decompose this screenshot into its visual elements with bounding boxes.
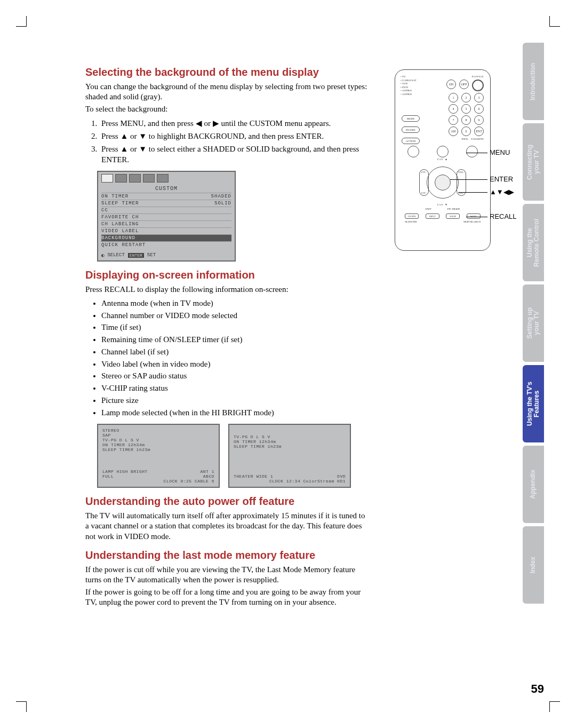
remote-device-list: • TV • CABLE/SAT • VCR • DVD • AUDIO1 • … bbox=[401, 75, 417, 96]
crop-mark bbox=[549, 701, 560, 712]
bullet: Time (if set) bbox=[101, 322, 368, 334]
bullet: Video label (when in video mode) bbox=[101, 359, 368, 370]
bullet: Picture size bbox=[101, 395, 368, 407]
callout-arrows: ▲▼◀▶ bbox=[490, 188, 514, 196]
remote-btn-guide bbox=[407, 146, 419, 157]
remote-picsize-pill: PICSIZE bbox=[402, 126, 420, 133]
tab-appendix[interactable]: Appendix bbox=[523, 446, 544, 523]
osd-row: QUICK RESTART bbox=[101, 241, 231, 248]
callout-recall: RECALL bbox=[490, 212, 517, 220]
osd-footer: ◐ SELECT ENTER SET bbox=[98, 250, 235, 260]
remote-btn-off: OFF bbox=[459, 80, 469, 89]
section1-p1: You can change the background of the men… bbox=[85, 82, 368, 102]
remote-digit-6: 6 bbox=[474, 104, 484, 114]
bullet: Channel label (if set) bbox=[101, 346, 368, 358]
section1-p2: To select the background: bbox=[85, 104, 368, 114]
remote-digit-7: 7 bbox=[449, 115, 458, 125]
bullet: V-CHIP rating status bbox=[101, 383, 368, 394]
remote-foot-slow: SLOW/DR bbox=[405, 220, 417, 223]
remote-btn-recall bbox=[466, 146, 478, 157]
remote-foot-input: INPUT bbox=[426, 213, 439, 219]
tab-features[interactable]: Using the TV's Features bbox=[523, 365, 544, 442]
bullet: Lamp mode selected (when in the HI BRIGH… bbox=[101, 407, 368, 419]
remote-favorite-label: FAVORITE bbox=[471, 138, 484, 144]
info-panels: STEREO SAP TV-PG D L S V ON TIMER 12h34m… bbox=[97, 424, 368, 488]
osd-row: SLEEP TIMERSOLID bbox=[101, 200, 231, 207]
section2-p1: Press RECALL to display the following in… bbox=[85, 284, 368, 295]
remote-digit-4: 4 bbox=[449, 104, 458, 114]
section2-bullets: Antenna mode (when in TV mode) Channel n… bbox=[101, 298, 368, 419]
section4-p2: If the power is going to be off for a lo… bbox=[85, 587, 368, 607]
step-3: Press ▲ or ▼ to select either a SHADED o… bbox=[99, 144, 368, 165]
osd-tab-icon bbox=[129, 174, 141, 183]
remote-foot-chrtn: CH RTN bbox=[405, 213, 419, 219]
bullet: Remaining time of ON/SLEEP timer (if set… bbox=[101, 334, 368, 346]
remote-info-label: INFO bbox=[462, 138, 468, 144]
remote-digit-5: 5 bbox=[461, 104, 471, 114]
osd-tab-icon bbox=[157, 174, 169, 183]
remote-btn-on: ON bbox=[446, 80, 456, 89]
osd-custom-menu: CUSTOM ON TIMERSHADED SLEEP TIMERSOLID C… bbox=[97, 171, 236, 262]
remote-illustration: • TV • CABLE/SAT • VCR • DVD • AUDIO1 • … bbox=[373, 69, 512, 251]
step-2: Press ▲ or ▼ to highlight BACKGROUND, an… bbox=[99, 131, 368, 141]
osd-tab-icon bbox=[115, 174, 127, 183]
heading-section2: Displaying on-screen information bbox=[85, 269, 368, 281]
osd-row-highlighted: BACKGROUND bbox=[101, 234, 231, 241]
remote-foot-sleep: SLEEP bbox=[446, 213, 460, 219]
remote-btn-power bbox=[472, 80, 484, 91]
remote-digit-0: 0 bbox=[461, 126, 471, 136]
osd-row: CC bbox=[101, 207, 231, 213]
tab-index[interactable]: Index bbox=[523, 526, 544, 604]
callout-enter: ENTER bbox=[490, 175, 513, 183]
remote-action-pill: ACTION bbox=[402, 138, 420, 144]
bullet: Antenna mode (when in TV mode) bbox=[101, 298, 368, 310]
remote-exit-label: EXIT bbox=[425, 208, 431, 210]
callout-menu: MENU bbox=[490, 148, 510, 156]
info-panel-right: TV-PG D L S V ON TIMER 12h34m SLEEP TIME… bbox=[228, 424, 351, 488]
remote-digit-9: 9 bbox=[474, 115, 484, 125]
remote-foot-row: CH RTN INPUT SLEEP MUTE bbox=[402, 213, 484, 219]
osd-title: CUSTOM bbox=[98, 185, 235, 193]
remote-btn-menu bbox=[437, 146, 449, 157]
tab-remote-control[interactable]: Using the Remote Control bbox=[523, 204, 544, 281]
remote-digit-3: 3 bbox=[474, 93, 484, 102]
section3-p1: The TV will automatically turn itself of… bbox=[85, 511, 368, 542]
remote-btn-ent: ENT bbox=[474, 126, 484, 136]
bullet: Stereo or SAP audio status bbox=[101, 370, 368, 382]
crop-mark bbox=[549, 16, 560, 27]
tab-setting-up[interactable]: Setting up your TV bbox=[523, 284, 544, 362]
tab-connecting[interactable]: Connecting your TV bbox=[523, 123, 544, 201]
osd-row: FAVORITE CH bbox=[101, 213, 231, 220]
section4-p1: If the power is cut off while you are vi… bbox=[85, 565, 368, 585]
osd-row: CH LABELING bbox=[101, 220, 231, 227]
remote-picmode-label: PIC MODE bbox=[447, 208, 460, 210]
remote-foot-mute: MUTE bbox=[467, 213, 481, 219]
remote-digit-2: 2 bbox=[461, 93, 471, 102]
page-number: 59 bbox=[531, 682, 544, 696]
remote-btn-100: 100 bbox=[449, 126, 458, 136]
remote-fav-down-label: FAV ▼ bbox=[402, 203, 484, 206]
section1-steps: Press MENU, and then press ◀ or ▶ until … bbox=[99, 118, 368, 165]
remote-nav-cluster: CH+CH− VOL+VOL− bbox=[416, 164, 469, 201]
tab-introduction[interactable]: Introduction bbox=[523, 43, 544, 120]
heading-section1: Selecting the background of the menu dis… bbox=[85, 66, 368, 78]
remote-enter-button bbox=[435, 175, 451, 191]
heading-section3: Understanding the auto power off feature bbox=[85, 495, 368, 508]
osd-row: ON TIMERSHADED bbox=[101, 193, 231, 200]
bullet: Channel number or VIDEO mode selected bbox=[101, 310, 368, 322]
remote-digit-8: 8 bbox=[461, 115, 471, 125]
remote-foot-skip: SKIP/SEARCH bbox=[463, 220, 481, 223]
remote-fav-up-label: FAV ▲ bbox=[402, 158, 484, 161]
osd-tab-icon bbox=[143, 174, 155, 183]
crop-mark bbox=[16, 701, 27, 712]
osd-row: VIDEO LABEL bbox=[101, 227, 231, 234]
remote-digit-1: 1 bbox=[449, 93, 458, 102]
step-1: Press MENU, and then press ◀ or ▶ until … bbox=[99, 118, 368, 129]
crop-mark bbox=[16, 16, 27, 27]
info-panel-left: STEREO SAP TV-PG D L S V ON TIMER 12h34m… bbox=[97, 424, 220, 488]
chapter-tabs: Introduction Connecting your TV Using th… bbox=[523, 43, 544, 604]
remote-mode-pill: MODE bbox=[402, 115, 420, 122]
heading-section4: Understanding the last mode memory featu… bbox=[85, 549, 368, 561]
osd-tab-icon bbox=[101, 174, 113, 183]
